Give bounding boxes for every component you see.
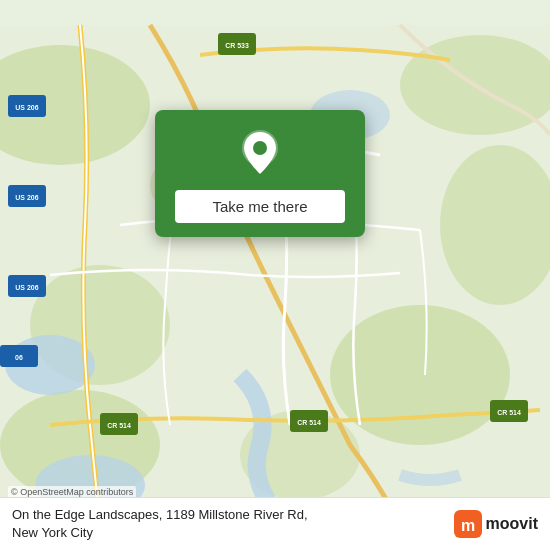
svg-text:US 206: US 206 (15, 194, 38, 201)
navigation-card: Take me there (155, 110, 365, 237)
location-pin-icon (234, 128, 286, 180)
moovit-logo: m moovit (454, 510, 538, 538)
svg-text:CR 514: CR 514 (497, 409, 521, 416)
svg-text:US 206: US 206 (15, 284, 38, 291)
location-title: On the Edge Landscapes, 1189 Millstone R… (12, 506, 444, 542)
location-info: On the Edge Landscapes, 1189 Millstone R… (12, 506, 444, 542)
svg-point-30 (253, 141, 267, 155)
moovit-icon: m (454, 510, 482, 538)
svg-text:CR 514: CR 514 (297, 419, 321, 426)
bottom-bar: On the Edge Landscapes, 1189 Millstone R… (0, 497, 550, 550)
map-container: US 206 US 206 US 206 06 CR 533 CR 514 CR… (0, 0, 550, 550)
take-me-there-button[interactable]: Take me there (175, 190, 345, 223)
svg-text:US 206: US 206 (15, 104, 38, 111)
svg-text:CR 533: CR 533 (225, 42, 249, 49)
map-svg: US 206 US 206 US 206 06 CR 533 CR 514 CR… (0, 0, 550, 550)
svg-text:CR 514: CR 514 (107, 422, 131, 429)
svg-text:06: 06 (15, 354, 23, 361)
svg-point-4 (330, 305, 510, 445)
svg-text:m: m (460, 517, 474, 534)
moovit-text: moovit (486, 515, 538, 533)
